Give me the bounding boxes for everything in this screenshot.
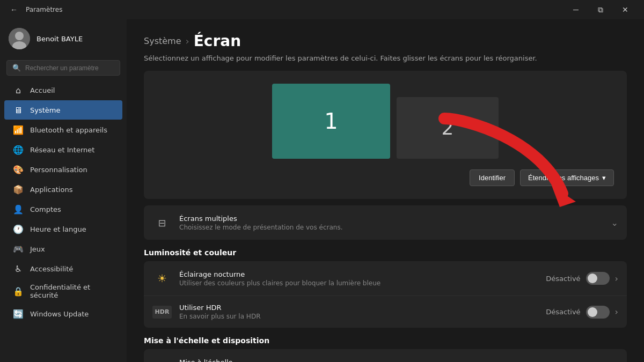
extend-button[interactable]: Étendre ces affichages ▾: [520, 169, 614, 186]
comptes-icon: 👤: [13, 204, 24, 215]
app-layout: Benoit BAYLE 🔍 ⌂Accueil🖥Système📶Bluetoot…: [0, 19, 644, 362]
luminosite-section: Luminosité et couleur ☀ Éclairage noctur…: [144, 248, 627, 328]
main-content: Système › Écran Sélectionnez un affichag…: [127, 19, 644, 362]
sidebar-item-label-accueil: Accueil: [30, 86, 55, 94]
page-title: Écran: [194, 32, 241, 50]
sidebar-item-heure[interactable]: 🕐Heure et langue: [4, 219, 122, 239]
confidentialite-icon: 🔒: [13, 286, 24, 297]
page-description: Sélectionnez un affichage pour modifier …: [144, 54, 627, 62]
monitor-1[interactable]: 1: [272, 84, 390, 159]
applications-icon: 📦: [13, 184, 24, 195]
ecrans-multiples-title: Écrans multiples: [179, 215, 611, 223]
toggle-knob: [588, 307, 597, 317]
sidebar-item-accueil[interactable]: ⌂Accueil: [4, 80, 122, 100]
hdr-subtitle: En savoir plus sur la HDR: [179, 313, 546, 320]
eclairage-title: Éclairage nocturne: [179, 270, 546, 278]
reseau-icon: 🌐: [13, 144, 24, 155]
restore-button[interactable]: ⧉: [588, 0, 613, 19]
accessibilite-icon: ♿: [13, 263, 24, 274]
titlebar-title: Paramètres: [26, 6, 62, 13]
nav-items: ⌂Accueil🖥Système📶Bluetooth et appareils🌐…: [0, 80, 127, 324]
heure-icon: 🕐: [13, 224, 24, 234]
sidebar-item-label-bluetooth: Bluetooth et appareils: [30, 126, 107, 134]
breadcrumb-separator: ›: [186, 35, 189, 47]
echelle-text: Mise à l'échelle Modifier la taille du t…: [179, 358, 527, 363]
eclairage-toggle[interactable]: [586, 272, 610, 285]
echelle-icon: ⊡: [152, 357, 172, 362]
echelle-row[interactable]: ⊡ Mise à l'échelle Modifier la taille du…: [144, 349, 627, 362]
sidebar-item-accessibilite[interactable]: ♿Accessibilité: [4, 259, 122, 278]
monitor-area: 1 2 Identifier Étendre ces affichages ▾: [144, 71, 627, 199]
sidebar-item-label-systeme: Système: [30, 106, 60, 114]
ecrans-multiples-card: ⊟ Écrans multiples Choisissez le mode de…: [144, 205, 627, 240]
hdr-toggle[interactable]: [586, 306, 610, 319]
ecrans-multiples-subtitle: Choisissez le mode de présentation de vo…: [179, 224, 611, 231]
eclairage-subtitle: Utiliser des couleurs plus claires pour …: [179, 279, 546, 287]
eclairage-nocturne-row[interactable]: ☀ Éclairage nocturne Utiliser des couleu…: [144, 261, 627, 296]
monitor-2[interactable]: 2: [397, 97, 499, 159]
sidebar-item-comptes[interactable]: 👤Comptes: [4, 200, 122, 219]
sidebar-item-label-confidentialite: Confidentialité et sécurité: [30, 283, 114, 299]
user-name: Benoit BAYLE: [36, 35, 83, 43]
jeux-icon: 🎮: [13, 243, 24, 254]
minimize-button[interactable]: ─: [564, 0, 588, 19]
sidebar-item-applications[interactable]: 📦Applications: [4, 180, 122, 199]
ecrans-multiples-icon: ⊟: [152, 213, 172, 232]
eclairage-text: Éclairage nocturne Utiliser des couleurs…: [179, 270, 546, 287]
back-button[interactable]: ←: [6, 0, 21, 19]
svg-point-1: [15, 32, 24, 40]
sidebar-item-jeux[interactable]: 🎮Jeux: [4, 239, 122, 258]
search-input[interactable]: [25, 64, 114, 72]
hdr-text: Utiliser HDR En savoir plus sur la HDR: [179, 304, 546, 320]
perso-icon: 🎨: [13, 164, 24, 175]
sidebar-item-confidentialite[interactable]: 🔒Confidentialité et sécurité: [4, 279, 122, 304]
search-icon: 🔍: [12, 64, 21, 72]
titlebar-controls: ─ ⧉ ✕: [564, 0, 638, 19]
eclairage-right: Désactivé ›: [546, 272, 618, 285]
luminosite-header: Luminosité et couleur: [144, 248, 627, 257]
sidebar-item-label-perso: Personnalisation: [30, 166, 87, 174]
sidebar: Benoit BAYLE 🔍 ⌂Accueil🖥Système📶Bluetoot…: [0, 19, 127, 362]
sidebar-item-reseau[interactable]: 🌐Réseau et Internet: [4, 140, 122, 159]
echelle-section: Mise à l'échelle et disposition ⊡ Mise à…: [144, 336, 627, 362]
sidebar-item-windows-update[interactable]: 🔄Windows Update: [4, 304, 122, 323]
chevron-right-icon: ›: [615, 274, 618, 284]
hdr-title: Utiliser HDR: [179, 304, 546, 312]
chevron-right-icon: ›: [615, 307, 618, 317]
sidebar-item-label-windows-update: Windows Update: [30, 310, 89, 318]
extend-label: Étendre ces affichages: [528, 174, 599, 182]
systeme-icon: 🖥: [13, 105, 24, 115]
sidebar-item-systeme[interactable]: 🖥Système: [4, 100, 122, 120]
sidebar-item-bluetooth[interactable]: 📶Bluetooth et appareils: [4, 120, 122, 139]
sidebar-item-label-applications: Applications: [30, 186, 72, 194]
identify-button[interactable]: Identifier: [470, 169, 515, 186]
eclairage-icon: ☀: [152, 269, 172, 288]
bluetooth-icon: 📶: [13, 124, 24, 135]
sidebar-item-label-jeux: Jeux: [30, 245, 45, 253]
monitors-row: 1 2: [272, 84, 499, 159]
hdr-row[interactable]: HDR Utiliser HDR En savoir plus sur la H…: [144, 296, 627, 328]
windows-update-icon: 🔄: [13, 308, 24, 319]
luminosite-card: ☀ Éclairage nocturne Utiliser des couleu…: [144, 261, 627, 328]
ecrans-multiples-text: Écrans multiples Choisissez le mode de p…: [179, 215, 611, 231]
toggle-knob: [588, 274, 597, 283]
titlebar: ← Paramètres ─ ⧉ ✕: [0, 0, 644, 19]
ecrans-multiples-row[interactable]: ⊟ Écrans multiples Choisissez le mode de…: [144, 205, 627, 240]
monitor-actions: Identifier Étendre ces affichages ▾: [157, 169, 614, 186]
sidebar-item-label-heure: Heure et langue: [30, 225, 86, 233]
monitor-display-wrapper: 1 2 Identifier Étendre ces affichages ▾: [144, 71, 627, 199]
sidebar-item-label-reseau: Réseau et Internet: [30, 146, 94, 154]
sidebar-item-perso[interactable]: 🎨Personnalisation: [4, 160, 122, 179]
echelle-title: Mise à l'échelle: [179, 358, 527, 363]
ecrans-multiples-section: ⊟ Écrans multiples Choisissez le mode de…: [144, 205, 627, 240]
breadcrumb-parent[interactable]: Système: [144, 36, 181, 46]
breadcrumb: Système › Écran: [144, 32, 627, 50]
hdr-icon: HDR: [152, 306, 172, 319]
close-button[interactable]: ✕: [613, 0, 638, 19]
chevron-down-icon: ▾: [602, 174, 606, 182]
accueil-icon: ⌂: [13, 85, 24, 95]
search-bar[interactable]: 🔍: [6, 60, 120, 76]
titlebar-left: ← Paramètres: [6, 0, 62, 19]
eclairage-toggle-label: Désactivé: [546, 275, 580, 283]
user-profile[interactable]: Benoit BAYLE: [0, 19, 127, 58]
